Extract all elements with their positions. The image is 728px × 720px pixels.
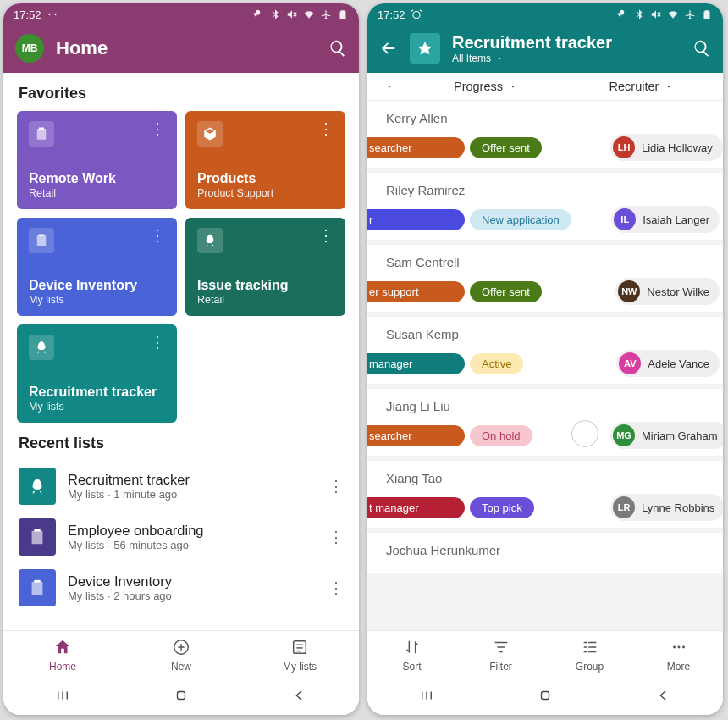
user-avatar[interactable]: MB (15, 34, 44, 63)
home-header: MB Home (3, 25, 359, 73)
recruiter-chip[interactable]: IL Isaiah Langer (611, 206, 720, 233)
recruiter-avatar: LH (613, 136, 635, 158)
progress-pill: Top pick (470, 497, 534, 518)
svg-point-16 (673, 646, 676, 649)
card-overflow-icon[interactable]: ⋮ (150, 121, 165, 136)
list-title: Recruitment tracker (452, 32, 681, 53)
nav-back-icon[interactable] (292, 688, 307, 706)
table-row[interactable]: Jochua Herunkumer (367, 533, 723, 578)
candidate-name: Jochua Herunkumer (367, 533, 723, 566)
card-overflow-icon[interactable]: ⋮ (150, 335, 165, 350)
candidate-name: Xiang Tao (367, 461, 723, 494)
tab-label: New (171, 661, 191, 673)
tab-more[interactable]: More (634, 631, 723, 679)
chevron-down-icon (664, 81, 674, 91)
recruiter-chip[interactable]: NW Nestor Wilke (615, 278, 720, 305)
table-row[interactable]: Susan Kemp manager Active AV Adele Vance (367, 317, 723, 389)
clipboard-icon (19, 569, 56, 606)
wifi-icon (667, 8, 679, 20)
table-row[interactable]: Sam Centrell er support Offer sent NW Ne… (367, 245, 723, 317)
back-arrow-icon[interactable] (379, 39, 398, 58)
recruiter-name: Nestor Wilke (647, 285, 709, 298)
rocket-icon (19, 468, 56, 505)
camera-indicator-icon (47, 8, 58, 20)
item-overflow-icon[interactable]: ⋮ (328, 477, 344, 496)
recent-list-item[interactable]: Device Inventory My lists · 2 hours ago … (3, 562, 359, 613)
item-overflow-icon[interactable]: ⋮ (328, 579, 344, 597)
favorite-card[interactable]: ⋮ Products Product Support (185, 111, 345, 209)
recruiter-chip[interactable]: LR Lynne Robbins (610, 494, 723, 521)
recruiter-avatar: NW (618, 280, 640, 302)
favorite-card[interactable]: ⋮ Remote Work Retail (17, 111, 177, 209)
favorite-card[interactable]: ⋮ Device Inventory My lists (17, 218, 177, 316)
favorite-card[interactable]: ⋮ Issue tracking Retail (185, 218, 345, 316)
bluetooth-icon (633, 8, 645, 20)
svg-rect-12 (178, 692, 185, 700)
android-nav-bar (3, 679, 359, 715)
avatar-initials: MB (22, 42, 38, 54)
tab-label: Group (576, 661, 604, 673)
svg-point-0 (48, 14, 50, 15)
card-subtitle: Retail (197, 294, 334, 306)
svg-point-13 (412, 12, 419, 19)
recruiter-chip[interactable]: AV Adele Vance (616, 350, 720, 377)
bottom-tab-bar: Sort Filter Group More (367, 630, 723, 679)
search-icon[interactable] (692, 39, 711, 58)
card-overflow-icon[interactable]: ⋮ (318, 121, 334, 136)
tab-my-lists[interactable]: My lists (240, 631, 359, 679)
card-overflow-icon[interactable]: ⋮ (318, 228, 334, 243)
svg-point-1 (54, 14, 56, 15)
candidate-name: Riley Ramirez (367, 173, 723, 206)
nav-home-icon[interactable] (174, 688, 189, 706)
chevron-down-icon (508, 81, 518, 91)
role-pill: searcher (367, 137, 465, 158)
candidate-name: Kerry Allen (367, 101, 723, 134)
view-selector[interactable]: All Items (452, 53, 681, 64)
table-row[interactable]: Jiang Li Liu searcher On hold MG Miriam … (367, 389, 723, 461)
tab-sort[interactable]: Sort (367, 631, 456, 679)
item-overflow-icon[interactable]: ⋮ (328, 528, 344, 546)
tab-home[interactable]: Home (3, 631, 122, 679)
search-icon[interactable] (328, 39, 347, 58)
column-progress[interactable]: Progress (408, 80, 564, 93)
airplane-icon (684, 8, 696, 20)
card-subtitle: My lists (29, 294, 165, 306)
tab-filter[interactable]: Filter (456, 631, 545, 679)
nav-recents-icon[interactable] (419, 688, 434, 706)
nav-recents-icon[interactable] (55, 688, 70, 706)
wifi-icon (303, 8, 315, 20)
more-icon (670, 638, 688, 659)
table-row[interactable]: Kerry Allen searcher Offer sent LH Lidia… (367, 101, 723, 173)
column-header-row: Progress Recruiter (367, 73, 723, 101)
recent-list-item[interactable]: Employee onboarding My lists · 56 minute… (3, 512, 359, 562)
tab-label: My lists (283, 661, 317, 673)
recruiter-avatar: IL (614, 208, 636, 230)
column-recruiter[interactable]: Recruiter (564, 80, 720, 93)
list-name: Device Inventory (68, 573, 317, 590)
sort-icon (403, 638, 422, 659)
recruiter-chip[interactable]: LH Lidia Holloway (610, 134, 723, 161)
favorite-card[interactable]: ⋮ Recruitment tracker My lists (17, 324, 177, 423)
card-overflow-icon[interactable]: ⋮ (150, 228, 165, 243)
rocket-icon (197, 228, 223, 253)
tab-new[interactable]: New (122, 631, 240, 679)
nav-home-icon[interactable] (538, 688, 553, 706)
recruiter-name: Isaiah Langer (643, 213, 709, 226)
candidate-name: Sam Centrell (367, 245, 723, 278)
list-name: Employee onboarding (68, 523, 317, 539)
tab-group[interactable]: Group (545, 631, 634, 679)
chevron-down-icon (494, 53, 505, 64)
mute-icon (650, 8, 662, 20)
table-row[interactable]: Xiang Tao t manager Top pick LR Lynne Ro… (367, 461, 723, 533)
recruiter-chip[interactable]: MG Miriam Graham (610, 422, 723, 449)
table-row[interactable]: Riley Ramirez r New application IL Isaia… (367, 173, 723, 245)
nav-back-icon[interactable] (656, 688, 671, 706)
rocket-icon (29, 335, 54, 360)
column-toggle[interactable] (371, 81, 408, 91)
android-nav-bar (367, 679, 723, 715)
list-badge-icon (410, 33, 440, 64)
group-icon (581, 638, 599, 659)
recent-list-item[interactable]: Recruitment tracker My lists · 1 minute … (3, 461, 359, 512)
status-time: 17:52 (378, 8, 405, 21)
airplane-icon (320, 8, 332, 20)
